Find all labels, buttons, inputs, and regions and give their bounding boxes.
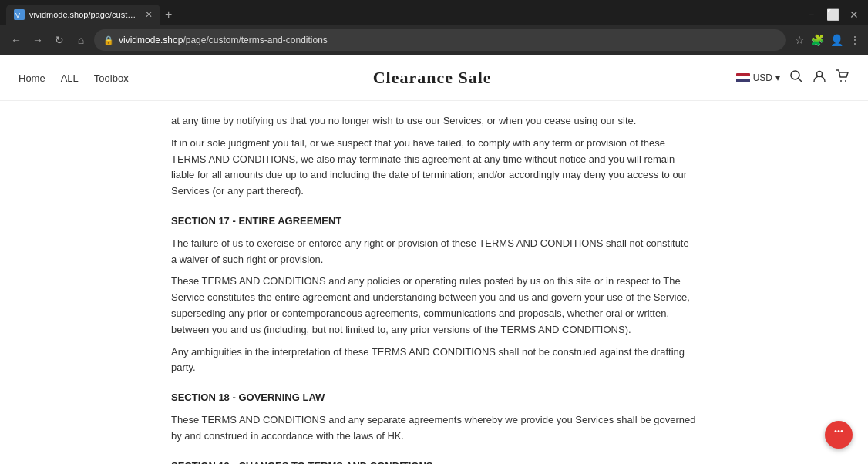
more-options-icon[interactable]: ⋮ (849, 34, 860, 46)
svg-point-6 (845, 80, 846, 82)
url-text: vividmode.shop/page/custom/terms-and-con… (119, 35, 328, 45)
site-logo: Clearance Sale (129, 68, 736, 88)
new-tab-button[interactable]: + (165, 8, 172, 22)
close-button[interactable]: ✕ (846, 8, 862, 21)
currency-chevron-icon: ▾ (775, 72, 780, 83)
url-domain: vividmode.shop (119, 35, 183, 45)
browser-chrome: V vividmode.shop/page/custom/... ✕ + − ⬜… (0, 0, 868, 55)
active-tab[interactable]: V vividmode.shop/page/custom/... ✕ (6, 5, 160, 25)
address-field[interactable]: 🔒 vividmode.shop/page/custom/terms-and-c… (94, 29, 786, 51)
svg-line-3 (799, 79, 802, 82)
forward-button[interactable]: → (29, 34, 46, 46)
section-18-para-1: These TERMS AND CONDITIONS and any separ… (171, 412, 697, 445)
section-17-para-2: These TERMS AND CONDITIONS and any polic… (171, 274, 697, 338)
section-17-heading: SECTION 17 - ENTIRE AGREEMENT (171, 214, 697, 230)
extensions-icon[interactable]: 🧩 (811, 34, 824, 46)
tab-title: vividmode.shop/page/custom/... (29, 10, 137, 19)
section-17: SECTION 17 - ENTIRE AGREEMENT The failur… (171, 214, 697, 376)
section-18: SECTION 18 - GOVERNING LAW These TERMS A… (171, 390, 697, 444)
site-nav: Home ALL Toolbox (19, 72, 129, 84)
support-chat-icon (831, 425, 846, 445)
svg-point-7 (832, 426, 846, 440)
address-bar-icons: ☆ 🧩 👤 ⋮ (795, 34, 860, 46)
home-button[interactable]: ⌂ (72, 34, 89, 46)
content-body: at any time by notifying us that you no … (171, 101, 697, 464)
lock-icon: 🔒 (103, 35, 114, 45)
nav-home[interactable]: Home (19, 72, 45, 84)
account-icon[interactable] (812, 69, 826, 86)
intro-para-1: at any time by notifying us that you no … (171, 113, 697, 129)
window-controls: − ⬜ ✕ (803, 8, 862, 21)
currency-label: USD (753, 72, 772, 83)
search-icon[interactable] (789, 69, 803, 86)
currency-selector[interactable]: USD ▾ (736, 72, 780, 83)
back-button[interactable]: ← (8, 34, 25, 46)
support-chat-button[interactable] (825, 421, 853, 449)
section-19: SECTION 19 - CHANGES TO TERMS AND CONDIT… (171, 459, 697, 464)
section-19-heading: SECTION 19 - CHANGES TO TERMS AND CONDIT… (171, 459, 697, 464)
tab-favicon: V (14, 9, 25, 20)
svg-point-5 (840, 80, 842, 82)
section-17-para-3: Any ambiguities in the interpretation of… (171, 345, 697, 377)
main-content: at any time by notifying us that you no … (0, 101, 868, 464)
address-bar: ← → ↻ ⌂ 🔒 vividmode.shop/page/custom/ter… (0, 25, 868, 55)
us-flag-icon (736, 73, 750, 82)
section-17-para-1: The failure of us to exercise or enforce… (171, 236, 697, 268)
header-icons: USD ▾ (736, 69, 849, 86)
url-path: /page/custom/terms-and-conditions (183, 35, 327, 45)
section-18-heading: SECTION 18 - GOVERNING LAW (171, 390, 697, 406)
bookmark-icon[interactable]: ☆ (795, 34, 805, 46)
svg-text:V: V (15, 12, 20, 19)
profile-icon[interactable]: 👤 (830, 34, 843, 46)
maximize-button[interactable]: ⬜ (825, 8, 840, 21)
minimize-button[interactable]: − (803, 8, 819, 21)
intro-para-2: If in our sole judgment you fail, or we … (171, 136, 697, 200)
nav-all[interactable]: ALL (61, 72, 79, 84)
refresh-button[interactable]: ↻ (51, 34, 68, 46)
tab-close-button[interactable]: ✕ (145, 9, 153, 20)
nav-toolbox[interactable]: Toolbox (94, 72, 129, 84)
tab-bar: V vividmode.shop/page/custom/... ✕ + − ⬜… (0, 0, 868, 25)
cart-icon[interactable] (836, 69, 849, 86)
site-header: Home ALL Toolbox Clearance Sale USD ▾ (0, 55, 868, 101)
